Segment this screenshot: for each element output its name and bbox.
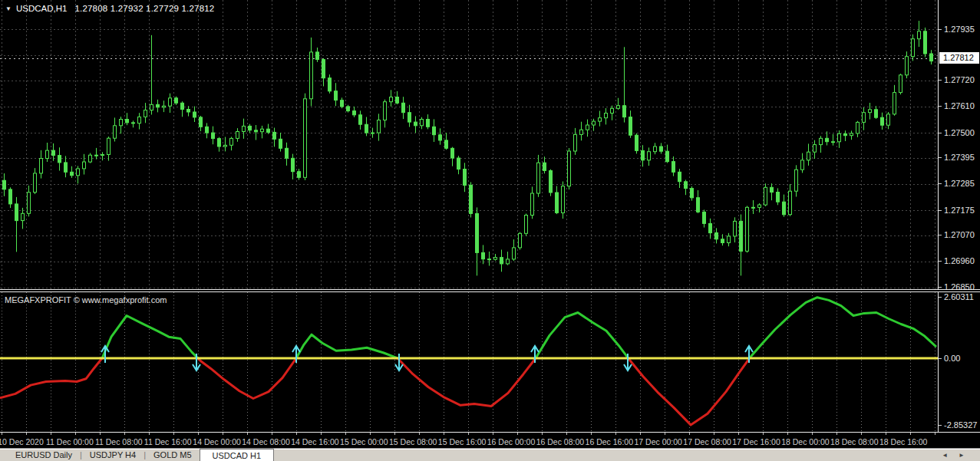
time-axis-tick [419,433,420,435]
tab-usdcad-h1[interactable]: USDCAD H1 [200,449,275,461]
time-axis-tick [812,433,813,435]
price-axis-tick [939,133,942,133]
price-axis-tick [939,80,942,81]
time-axis-tick [861,433,862,435]
current-price-box: 1.27812 [939,52,979,64]
time-axis-label: 11 Dec 08:00 [95,437,143,446]
time-axis-label: 14 Dec 08:00 [242,437,289,446]
indicator-axis-label: 0.00 [944,354,960,363]
time-axis-tick [763,433,764,435]
indicator-axis-tick [939,297,942,298]
price-axis-label: 1.27720 [944,75,975,84]
tab-scroll-buttons: ◄► [942,452,975,459]
time-axis-tick [124,433,125,435]
time-axis-label: 16 Dec 00:00 [487,437,535,446]
price-axis-tick [939,235,942,235]
time-axis-tick [787,433,788,435]
time-axis-tick [26,433,27,435]
chart-title: ▼USDCAD,H11.27808 1.27932 1.27729 1.2781… [5,4,214,13]
time-axis-tick [247,433,248,435]
time-axis-label: 10 Dec 2020 [0,437,44,446]
tab-scroll-left-icon[interactable]: ◄ [942,452,959,459]
time-axis-tick [836,433,837,435]
symbol-dropdown-icon[interactable]: ▼ [5,5,12,12]
price-axis-label: 1.27070 [944,230,975,239]
price-axis-label: 1.27500 [944,128,975,137]
time-axis-label: 17 Dec 08:00 [683,437,731,446]
tab-gold-m5[interactable]: GOLD M5 [146,449,200,461]
price-axis-tick [939,261,942,262]
main-chart-canvas[interactable] [0,0,938,289]
indicator-canvas[interactable] [0,292,938,432]
time-axis-label: 17 Dec 16:00 [732,437,780,446]
price-axis-label: 1.26960 [944,256,975,265]
tab-eurusd-daily[interactable]: EURUSD Daily [8,449,80,461]
time-axis-tick [910,433,911,435]
price-axis-tick [939,157,942,158]
time-axis-tick [75,433,76,435]
time-axis-tick [714,433,714,435]
price-axis-label: 1.27935 [944,25,975,34]
time-axis-tick [51,433,51,435]
indicator-axis-tick [939,358,942,359]
price-axis-tick [939,287,942,288]
price-axis-label: 1.27175 [944,206,975,215]
time-axis-label: 14 Dec 16:00 [291,437,338,446]
sell-arrow-icon [193,354,200,370]
time-axis-tick [100,433,101,435]
pane-separator[interactable] [0,289,980,292]
time-axis-tick [640,433,641,435]
time-axis-tick [173,433,174,435]
price-axis[interactable]: 1.279351.277201.276101.275001.273951.272… [938,0,980,448]
time-axis-tick [444,433,444,435]
time-axis-label: 14 Dec 00:00 [193,437,240,446]
time-axis-label: 15 Dec 08:00 [389,437,437,446]
time-axis-tick [149,433,150,435]
time-axis-label: 16 Dec 16:00 [586,437,633,446]
time-axis-tick [223,433,223,435]
price-axis-tick [939,183,942,184]
time-axis-tick [2,433,2,435]
time-axis-label: 15 Dec 00:00 [340,437,388,446]
time-axis-label: 18 Dec 08:00 [830,437,878,446]
indicator-axis-tick [939,425,942,426]
time-axis-tick [272,433,272,435]
time-axis-tick [615,433,616,435]
time-axis-tick [738,433,739,435]
time-axis-label: 18 Dec 16:00 [879,437,927,446]
price-axis-label: 1.27610 [944,101,975,110]
time-axis-label: 16 Dec 08:00 [536,437,584,446]
indicator-axis-label: 2.60311 [944,292,974,301]
time-axis-tick [591,433,592,435]
chart-ohlc-values: 1.27808 1.27932 1.27729 1.27812 [74,4,214,13]
time-axis-tick [370,433,371,435]
price-axis-tick [939,106,942,107]
symbol-tab-bar: EURUSD Daily|USDJPY H4|GOLD M5USDCAD H1◄… [0,448,980,461]
time-axis[interactable]: 10 Dec 202011 Dec 00:0011 Dec 08:0011 De… [0,432,980,448]
tab-scroll-right-icon[interactable]: ► [959,452,975,459]
buy-arrow-icon [101,346,109,363]
time-axis-tick [468,433,469,435]
time-axis-label: 18 Dec 00:00 [781,437,829,446]
time-axis-tick [542,433,543,435]
time-axis-tick [665,433,665,435]
time-axis-tick [517,433,518,435]
time-axis-label: 17 Dec 00:00 [634,437,681,446]
price-axis-tick [939,29,942,30]
time-axis-label: 15 Dec 16:00 [438,437,486,446]
chart-symbol-period: USDCAD,H1 [16,4,67,13]
time-axis-tick [198,433,199,435]
time-axis-tick [566,433,567,435]
time-axis-tick [886,433,886,435]
time-axis-tick [345,433,346,435]
price-axis-tick [939,210,942,211]
time-axis-tick [296,433,297,435]
indicator-title: MEGAFXPROFIT © www.megafxprofit.com [5,295,167,305]
time-axis-label: 11 Dec 16:00 [144,437,192,446]
price-axis-label: 1.27285 [944,179,975,188]
price-axis-label: 1.27395 [944,153,975,162]
time-axis-tick [493,433,493,435]
tab-usdjpy-h4[interactable]: USDJPY H4 [82,449,144,461]
indicator-axis-label: -2.85327 [944,420,977,430]
time-axis-tick [689,433,690,435]
